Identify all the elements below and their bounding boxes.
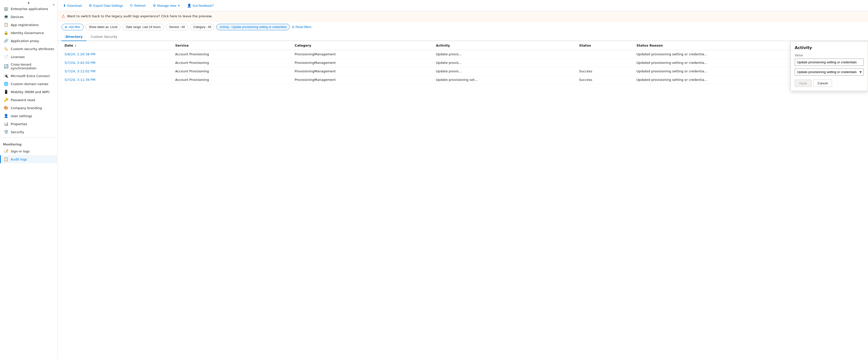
reset-icon: ⊟: [292, 25, 294, 29]
identity-governance-icon: 🔒: [4, 31, 8, 35]
table-body: 5/8/24, 1:20:38 PM Account Provisioning …: [62, 50, 864, 84]
sidebar-item-sign-in-logs[interactable]: 📝 Sign-in logs: [0, 147, 57, 155]
popup-value-label: Value: [795, 54, 864, 57]
feedback-label: Got feedback?: [192, 4, 214, 7]
col-status[interactable]: Status: [576, 41, 633, 50]
chevron-down-icon: ▼: [178, 4, 180, 7]
cross-tenant-synchronization-icon: 🔄: [4, 64, 8, 68]
tab-directory[interactable]: Directory: [62, 33, 87, 41]
cell-activity: Update provis...: [433, 59, 576, 67]
sidebar-item-custom-domain-names[interactable]: 🌐 Custom domain names: [0, 80, 57, 88]
sidebar-item-devices[interactable]: 💻 Devices: [0, 13, 57, 21]
sidebar-item-label: Custom security attributes: [11, 47, 54, 51]
date-range-chip[interactable]: Date range: Last 24 hours: [123, 24, 164, 30]
sidebar-item-application-proxy[interactable]: 🔗 Application proxy: [0, 37, 57, 45]
sidebar-item-custom-security-attributes[interactable]: 🏷️ Custom security attributes: [0, 45, 57, 53]
feedback-icon: 👤: [187, 3, 191, 7]
collapse-sidebar-button[interactable]: «: [51, 2, 56, 7]
activity-label: Activity : Update provisioning setting o…: [220, 25, 287, 29]
date-link[interactable]: 5/7/24, 3:42:50 PM: [64, 61, 95, 64]
download-label: Download: [67, 4, 82, 7]
properties-icon: 📊: [4, 122, 8, 126]
sidebar-item-label: Properties: [11, 122, 27, 126]
user-settings-icon: 👤: [4, 114, 8, 118]
feedback-button[interactable]: 👤 Got feedback?: [186, 2, 215, 8]
sidebar-item-company-branding[interactable]: 🎨 Company branding: [0, 104, 57, 112]
table-row[interactable]: 5/7/24, 3:42:50 PM Account Provisioning …: [62, 59, 864, 67]
sort-icon: ↓: [74, 44, 76, 47]
activity-chip[interactable]: Activity : Update provisioning setting o…: [216, 24, 290, 30]
sidebar-item-cross-tenant-synchronization[interactable]: 🔄 Cross-tenant synchronization: [0, 61, 57, 72]
refresh-button[interactable]: ↻ Refresh: [128, 2, 147, 8]
sidebar-item-password-reset[interactable]: 🔑 Password reset: [0, 96, 57, 104]
sidebar-item-enterprise-applications[interactable]: 🏢 Enterprise applications: [0, 5, 57, 13]
add-filter-button[interactable]: ⊞ Add filter: [62, 24, 84, 30]
cell-activity: Update provisioning set...: [433, 76, 576, 84]
sidebar-item-identity-governance[interactable]: 🔒 Identity Governance: [0, 29, 57, 37]
sidebar-item-audit-logs[interactable]: 📋 Audit logs: [0, 155, 57, 163]
sidebar-item-label: Password reset: [11, 98, 35, 102]
sidebar-item-label: Licenses: [11, 55, 25, 59]
show-dates-label: Show dates as: Local: [89, 25, 117, 29]
scroll-indicator: ▲: [0, 0, 57, 5]
tabs: Directory Custom Security: [58, 33, 868, 41]
sidebar-item-label: Sign-in logs: [11, 149, 30, 153]
sidebar-item-security[interactable]: 🛡️ Security: [0, 128, 57, 136]
sidebar-item-label: App registrations: [11, 23, 38, 27]
download-button[interactable]: ⬇ Download: [62, 2, 83, 8]
mobility-mdm-icon: 📱: [4, 90, 8, 94]
reset-filters-button[interactable]: ⊟ Reset filters: [292, 25, 311, 29]
service-chip[interactable]: Service : All: [166, 24, 188, 30]
sidebar-item-properties[interactable]: 📊 Properties: [0, 120, 57, 128]
activity-select[interactable]: Update provisioning setting or credentia…: [795, 68, 864, 76]
enterprise-applications-icon: 🏢: [4, 6, 8, 11]
popup-buttons: Apply Cancel: [795, 80, 864, 87]
cell-category: ProvisioningManagement: [291, 59, 433, 67]
notice-text[interactable]: Want to switch back to the legacy audit …: [67, 14, 212, 18]
table-row[interactable]: 5/7/24, 3:12:02 PM Account Provisioning …: [62, 67, 864, 76]
sidebar-item-label: Security: [11, 130, 24, 134]
custom-security-attributes-icon: 🏷️: [4, 47, 8, 51]
table-row[interactable]: 5/7/24, 3:11:39 PM Account Provisioning …: [62, 76, 864, 84]
activity-value-input[interactable]: [795, 59, 864, 66]
sidebar-item-mobility-mdm[interactable]: 📱 Mobility (MDM and WIP): [0, 88, 57, 96]
cell-date: 5/7/24, 3:11:39 PM: [62, 76, 172, 84]
sidebar-item-app-registrations[interactable]: 📋 App registrations: [0, 21, 57, 29]
col-service[interactable]: Service: [172, 41, 291, 50]
tab-custom-security[interactable]: Custom Security: [87, 33, 121, 41]
filter-bar: ⊞ Add filter Show dates as: Local Date r…: [58, 21, 868, 33]
date-link[interactable]: 5/8/24, 1:20:38 PM: [64, 52, 95, 56]
sidebar-item-licenses[interactable]: 📄 Licenses: [0, 53, 57, 61]
table-area: Date ↓ Service Category Activity Status: [58, 41, 868, 359]
sidebar-item-label: Application proxy: [11, 39, 39, 43]
sidebar-item-label: Microsoft Entra Connect: [11, 74, 50, 78]
export-data-settings-button[interactable]: ⚙ Export Data Settings: [87, 2, 125, 8]
sidebar-item-user-settings[interactable]: 👤 User settings: [0, 112, 57, 120]
activity-popup: Activity Value Update provisioning setti…: [790, 41, 868, 91]
cancel-button[interactable]: Cancel: [813, 80, 832, 87]
sidebar-divider: [0, 137, 57, 138]
sidebar-item-label: Cross-tenant synchronization: [11, 62, 54, 70]
date-link[interactable]: 5/7/24, 3:12:02 PM: [64, 70, 95, 73]
category-chip[interactable]: Category : All: [190, 24, 214, 30]
show-dates-chip[interactable]: Show dates as: Local: [86, 24, 121, 30]
col-activity[interactable]: Activity: [433, 41, 576, 50]
scroll-up-icon: ▲: [28, 1, 30, 4]
service-label: Service : All: [169, 25, 185, 29]
date-link[interactable]: 5/7/24, 3:11:39 PM: [64, 78, 95, 82]
microsoft-entra-connect-icon: 🔌: [4, 74, 8, 78]
main-content: ⬇ Download ⚙ Export Data Settings ↻ Refr…: [58, 0, 868, 359]
add-filter-label: Add filter: [68, 25, 80, 29]
apply-button[interactable]: Apply: [795, 80, 811, 87]
monitoring-section-label: Monitoring: [0, 139, 57, 147]
password-reset-icon: 🔑: [4, 98, 8, 102]
manage-view-button[interactable]: ⚙ Manage view ▼: [151, 2, 182, 8]
sidebar-item-label: User settings: [11, 114, 32, 118]
cell-service: Account Provisioning: [172, 50, 291, 59]
col-category[interactable]: Category: [291, 41, 433, 50]
cell-activity: Update provis...: [433, 50, 576, 59]
table-row[interactable]: 5/8/24, 1:20:38 PM Account Provisioning …: [62, 50, 864, 59]
col-date[interactable]: Date ↓: [62, 41, 172, 50]
sidebar-item-label: Identity Governance: [11, 31, 44, 35]
sidebar-item-microsoft-entra-connect[interactable]: 🔌 Microsoft Entra Connect: [0, 72, 57, 80]
